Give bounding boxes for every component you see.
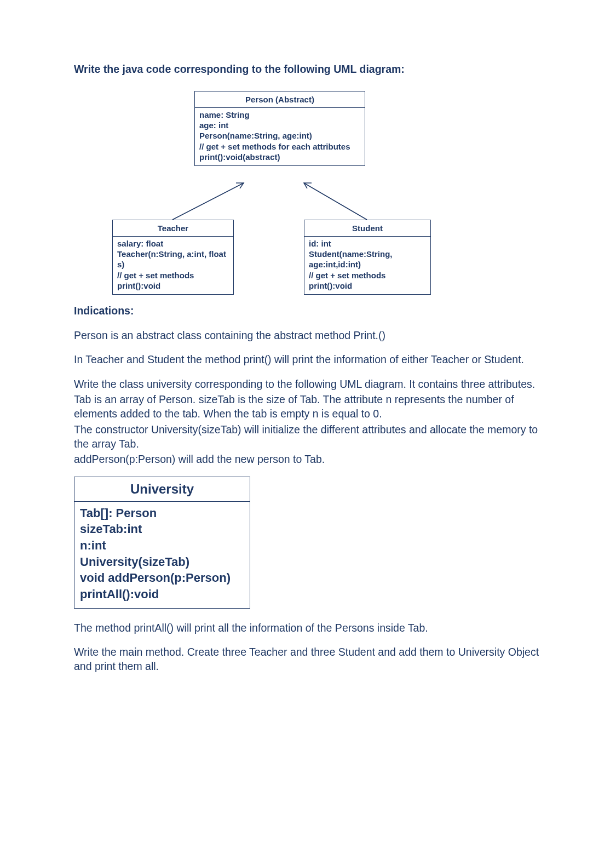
paragraph: Person is an abstract class containing t… — [74, 328, 542, 342]
uml-line: name: String — [199, 110, 360, 120]
uml-line: // get + set methods — [117, 270, 229, 280]
uml-line: age: int — [199, 120, 360, 130]
uml-diagram-area: Person (Abstract) name: String age: int … — [74, 91, 542, 294]
paragraph: Tab is an array of Person. sizeTab is th… — [74, 392, 542, 421]
uml-line: n:int — [80, 537, 244, 554]
document-page: Write the java code corresponding to the… — [0, 0, 616, 749]
uml-line: University(sizeTab) — [80, 554, 244, 570]
paragraph: The constructor University(sizeTab) will… — [74, 422, 542, 451]
uml-line: // get + set methods for each attributes — [199, 141, 360, 152]
uml-line: salary: float — [117, 238, 229, 249]
uml-class-teacher: Teacher salary: float Teacher(n:String, … — [112, 220, 234, 295]
uml-line: sizeTab:int — [80, 521, 244, 537]
uml-class-title: Teacher — [113, 220, 233, 237]
uml-line: id: int — [309, 238, 426, 249]
uml-line: // get + set methods — [309, 270, 426, 280]
uml-class-body: salary: float Teacher(n:String, a:int, f… — [113, 237, 233, 294]
uml-class-title: University — [74, 477, 250, 502]
uml-line: Person(name:String, age:int) — [199, 130, 360, 141]
uml-line: print():void(abstract) — [199, 152, 360, 162]
paragraph: In Teacher and Student the method print(… — [74, 352, 542, 366]
uml-class-person: Person (Abstract) name: String age: int … — [194, 91, 365, 166]
uml-line: printAll():void — [80, 586, 244, 603]
svg-line-0 — [172, 183, 244, 220]
paragraph: addPerson(p:Person) will add the new per… — [74, 452, 542, 466]
paragraph: Write the main method. Create three Teac… — [74, 645, 542, 674]
uml-class-body: Tab[]: Person sizeTab:int n:int Universi… — [74, 502, 250, 608]
uml-class-title: Person (Abstract) — [195, 91, 365, 108]
uml-class-university: University Tab[]: Person sizeTab:int n:i… — [74, 477, 250, 609]
paragraph: Write the class university corresponding… — [74, 377, 542, 391]
uml-line: void addPerson(p:Person) — [80, 570, 244, 586]
paragraph: The method printAll() will print all the… — [74, 621, 542, 635]
uml-class-student: Student id: int Student(name:String, age… — [304, 220, 431, 295]
uml-class-body: id: int Student(name:String, age:int,id:… — [304, 237, 430, 294]
uml-line: Teacher(n:String, a:int, float s) — [117, 249, 229, 270]
indications-heading: Indications: — [74, 305, 542, 317]
uml-class-body: name: String age: int Person(name:String… — [195, 108, 365, 165]
uml-line: Student(name:String, age:int,id:int) — [309, 249, 426, 270]
uml-class-title: Student — [304, 220, 430, 237]
intro-text: Write the java code corresponding to the… — [74, 63, 542, 76]
uml-line: print():void — [117, 280, 229, 291]
uml-line: Tab[]: Person — [80, 505, 244, 522]
uml-line: print():void — [309, 280, 426, 291]
svg-line-1 — [304, 183, 367, 220]
